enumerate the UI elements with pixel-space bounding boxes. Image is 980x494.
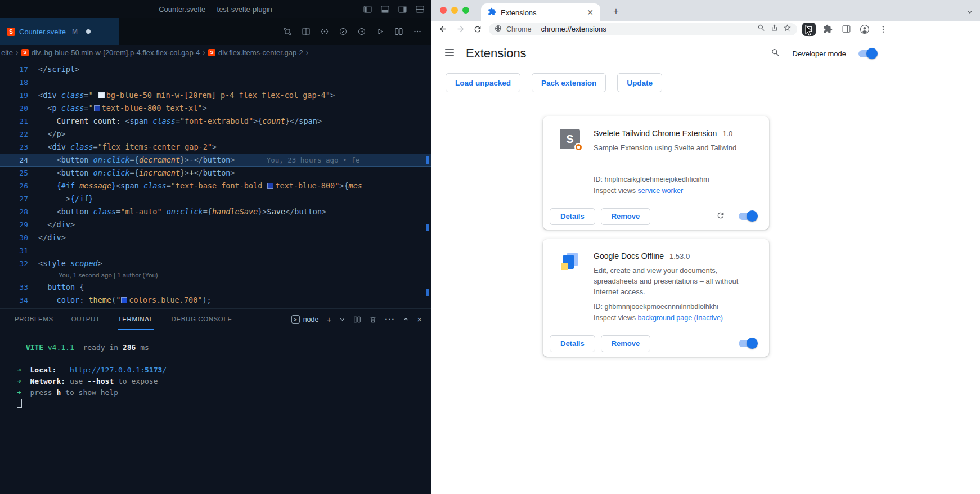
mouse-cursor [804,25,813,38]
kill-terminal-icon[interactable] [369,316,377,324]
code-line[interactable]: 28 <button class="ml-auto" on:click={han… [0,205,431,218]
split-terminal-icon[interactable] [353,316,361,324]
code-line[interactable]: 26 {#if message}<span class="text-base f… [0,179,431,192]
code-line[interactable]: 33 button { [0,281,431,294]
browser-tab-extensions[interactable]: Extensions ✕ [481,3,600,21]
circle-slash-icon[interactable] [339,27,348,36]
toggle-secondary-sidebar-icon[interactable] [398,5,407,14]
terminal-output[interactable]: VITE v4.1.1 ready in 286 ms➜ Local: http… [0,330,431,410]
extension-enabled-toggle[interactable] [739,213,757,220]
circle-arrow-icon[interactable] [357,27,366,36]
pack-extension-button[interactable]: Pack extension [532,73,606,92]
side-panel-icon[interactable] [839,23,853,36]
close-panel-icon[interactable]: × [417,315,422,324]
breadcrumb-separator: › [203,48,205,57]
details-button[interactable]: Details [550,208,595,225]
hamburger-menu-icon[interactable] [444,47,455,60]
mac-minimize-button[interactable] [451,7,458,14]
split-editor-icon[interactable] [394,27,403,36]
developer-mode-toggle[interactable] [858,50,876,57]
code-line[interactable]: 23 <div class="flex items-center gap-2"> [0,141,431,154]
code-line[interactable]: 25 <button on:click={increment}>+</butto… [0,167,431,179]
bookmark-star-icon[interactable] [783,24,792,34]
extension-enabled-toggle[interactable] [739,340,757,347]
more-actions-icon[interactable] [413,27,422,36]
chrome-menu-icon[interactable] [876,23,890,36]
overview-ruler[interactable] [425,60,430,308]
git-compare-icon[interactable] [283,27,292,36]
code-line[interactable]: 29 </div> [0,218,431,231]
code-line[interactable]: 20 <p class="text-blue-800 text-xl"> [0,102,431,115]
code-line[interactable]: 22 </p> [0,128,431,141]
panel-tab-problems[interactable]: PROBLEMS [15,309,53,330]
code-line[interactable]: 27 >{/if} [0,192,431,205]
extension-version: 1.53.0 [669,252,690,261]
remove-button[interactable]: Remove [601,208,651,225]
remove-button[interactable]: Remove [601,335,651,352]
editor-actions [283,18,431,45]
code-line[interactable]: 30</div> [0,231,431,244]
reload-icon[interactable] [471,23,484,35]
address-bar[interactable]: Chrome chrome://extensions [489,23,797,35]
extensions-puzzle-icon[interactable] [821,23,834,36]
code-line[interactable]: 32<style scoped> [0,257,431,270]
reload-extension-icon[interactable] [716,211,725,222]
inspect-view-link[interactable]: background page (Inactive) [638,314,723,322]
details-button[interactable]: Details [550,335,595,352]
panel-tab-terminal[interactable]: TERMINAL [118,309,154,330]
terminal-instance[interactable]: > node [291,315,319,324]
new-tab-button[interactable]: + [609,5,623,18]
search-icon[interactable] [771,48,780,60]
open-preview-icon[interactable] [302,27,311,36]
tab-close-icon[interactable]: ✕ [586,8,595,17]
inspect-view-link[interactable]: service worker [638,187,684,195]
code-navigate-icon[interactable] [320,27,329,36]
line-number: 34 [0,294,28,307]
line-number: 31 [0,244,28,257]
code-line[interactable]: 31 [0,244,431,257]
line-number: 27 [0,192,28,205]
zoom-icon[interactable] [757,24,766,34]
mac-zoom-button[interactable] [462,7,469,14]
new-terminal-icon[interactable]: + [326,315,331,324]
line-number: 33 [0,281,28,294]
update-button[interactable]: Update [617,73,662,92]
window-title: Counter.svelte — test-svelte-plugin [159,5,272,14]
forward-icon[interactable] [454,23,466,35]
git-modified-badge: M [72,28,78,35]
extensions-list: S Svelete Tailwind Chrome Extension 1.0 … [431,104,980,357]
run-button-icon[interactable] [376,27,385,36]
vscode-window: Counter.svelte — test-svelte-plugin S Co… [0,0,431,494]
tab-search-icon[interactable] [966,7,973,17]
maximize-panel-icon[interactable] [403,316,409,322]
terminal-icon: > [291,315,300,324]
site-info-icon[interactable] [495,24,502,34]
panel-tab-output[interactable]: OUTPUT [71,309,100,330]
mac-close-button[interactable] [440,7,447,14]
toggle-primary-sidebar-icon[interactable] [363,5,372,14]
developer-mode-label: Developer mode [793,50,846,58]
line-number: 29 [0,218,28,231]
code-line[interactable]: 18 [0,76,431,89]
code-line[interactable]: 21 Current count: <span class="font-extr… [0,115,431,128]
code-line[interactable]: 19<div class=" bg-blue-50 min-w-[20rem] … [0,89,431,102]
code-editor[interactable]: 17</script>1819<div class=" bg-blue-50 m… [0,60,431,308]
code-line[interactable]: 34 color: theme("colors.blue.700"); [0,294,431,307]
panel-tab-debug-console[interactable]: DEBUG CONSOLE [172,309,232,330]
load-unpacked-button[interactable]: Load unpacked [446,73,520,92]
code-line[interactable]: 24 <button on:click={decrement}>-</butto… [0,154,431,167]
breadcrumb-item[interactable]: div..bg-blue-50.min-w-[20rem].p-4.flex.f… [32,48,200,57]
share-icon[interactable] [770,24,779,34]
breadcrumb-item[interactable]: elte [1,48,13,57]
panel-more-actions-icon[interactable]: ··· [385,315,395,324]
url-text[interactable]: chrome://extensions [541,25,606,33]
extensions-page-toolbar: Extensions Developer mode [431,37,980,70]
toggle-panel-icon[interactable] [381,5,389,14]
customize-layout-icon[interactable] [416,5,424,14]
code-line[interactable]: 17</script> [0,63,431,76]
back-icon[interactable] [437,23,449,35]
editor-tab-counter-svelte[interactable]: S Counter.svelte M [0,18,119,45]
terminal-dropdown-icon[interactable] [339,316,345,322]
breadcrumb-item[interactable]: div.flex.items-center.gap-2 [218,48,303,57]
profile-avatar-icon[interactable] [858,23,871,36]
